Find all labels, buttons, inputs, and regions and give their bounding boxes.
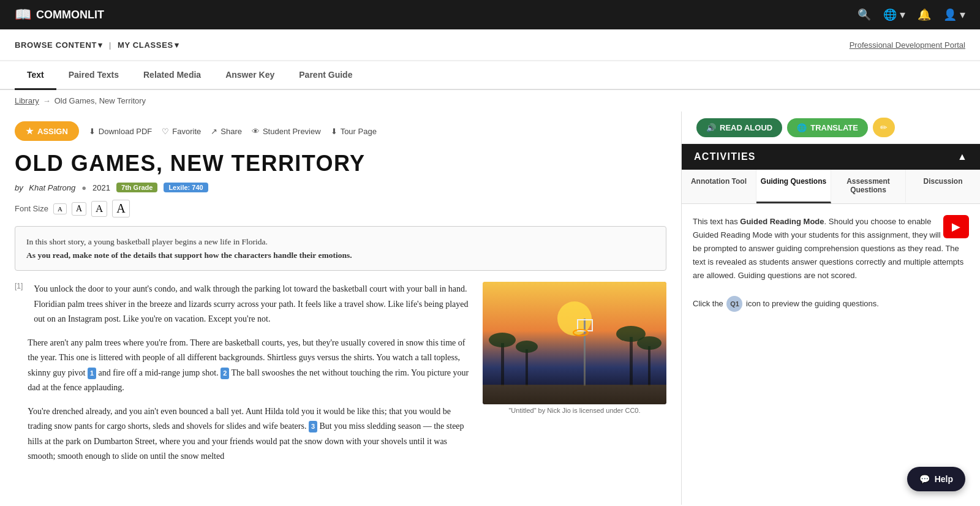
svg-point-5 <box>516 341 538 353</box>
read-aloud-label: READ ALOUD <box>720 123 772 132</box>
share-link[interactable]: ↗ Share <box>211 127 242 136</box>
share-icon: ↗ <box>211 127 217 136</box>
paragraph-1-content: You unlock the door to your aunt's condo… <box>34 282 473 327</box>
breadcrumb-library-link[interactable]: Library <box>15 96 39 105</box>
panel-collapse-icon[interactable]: ▲ <box>957 151 968 162</box>
breadcrumb-arrow-icon: → <box>43 96 51 105</box>
nav-left: BROWSE CONTENT ▾ | MY CLASSES ▾ <box>15 40 179 50</box>
paragraph-1: [1] You unlock the door to your aunt's c… <box>15 282 473 327</box>
meta-dot: ● <box>81 183 86 192</box>
favorite-label: Favorite <box>172 127 201 136</box>
q1-icon[interactable]: Q1 <box>726 296 742 312</box>
globe-icon-button[interactable]: 🌐 ▾ <box>883 8 905 21</box>
secondary-navigation: BROWSE CONTENT ▾ | MY CLASSES ▾ Professi… <box>0 29 980 61</box>
font-size-medium-large[interactable]: A <box>91 201 107 217</box>
guided-reading-text: This text has Guided Reading Mode. Shoul… <box>693 215 969 282</box>
panel-tab-assessment[interactable]: Assessment Questions <box>831 170 906 203</box>
speaker-icon: 🔊 <box>706 123 716 132</box>
download-pdf-link[interactable]: ⬇ Download PDF <box>89 127 152 136</box>
top-nav-right: 🔍 🌐 ▾ 🔔 👤 ▾ <box>858 8 965 21</box>
heart-icon: ♡ <box>162 127 169 136</box>
tab-parent-guide[interactable]: Parent Guide <box>287 61 364 90</box>
my-classes-chevron-icon: ▾ <box>175 40 179 50</box>
logo-text: COMMONLIT <box>36 9 104 21</box>
translate-label: TRANSLATE <box>810 123 858 132</box>
youtube-button[interactable]: ▶ <box>943 215 969 238</box>
download-icon: ⬇ <box>89 127 96 136</box>
footnote-3[interactable]: 3 <box>309 421 317 432</box>
notification-icon-button[interactable]: 🔔 <box>918 8 931 21</box>
pencil-button[interactable]: ✏ <box>873 118 895 137</box>
svg-rect-0 <box>483 282 666 404</box>
browse-content-dropdown[interactable]: BROWSE CONTENT ▾ <box>15 40 103 50</box>
nav-separator: | <box>109 40 111 50</box>
summary-normal: In this short story, a young basketball … <box>26 237 268 246</box>
paragraph-3-content: You're drenched already, and you ain't e… <box>28 404 473 464</box>
footnote-1[interactable]: 1 <box>88 368 96 379</box>
paragraph-2-num <box>15 336 17 396</box>
logo-book-icon: 📖 <box>15 7 31 23</box>
panel-tab-discussion[interactable]: Discussion <box>906 170 980 203</box>
svg-point-12 <box>573 330 588 336</box>
paragraph-1-num: [1] <box>15 282 23 327</box>
svg-rect-6 <box>630 337 633 386</box>
tour-page-link[interactable]: ⬇ Tour Page <box>331 127 377 136</box>
panel-header: ACTIVITIES ▲ <box>682 144 980 170</box>
favorite-link[interactable]: ♡ Favorite <box>162 127 201 136</box>
main-layout: ★ ASSIGN ⬇ Download PDF ♡ Favorite ↗ Sha… <box>0 111 980 505</box>
translate-globe-icon: 🌐 <box>797 123 807 132</box>
browse-chevron-icon: ▾ <box>98 40 103 50</box>
tab-related-media[interactable]: Related Media <box>131 61 213 90</box>
content-area: ★ ASSIGN ⬇ Download PDF ♡ Favorite ↗ Sha… <box>0 111 681 505</box>
svg-point-9 <box>637 336 662 350</box>
tab-text[interactable]: Text <box>15 61 56 90</box>
lexile-badge: Lexile: 740 <box>164 183 208 192</box>
font-size-small[interactable]: A <box>53 203 67 214</box>
tour-label: Tour Page <box>341 127 377 136</box>
font-size-label: Font Size <box>15 204 48 213</box>
story-image <box>483 282 666 404</box>
logo: 📖 COMMONLIT <box>15 7 104 23</box>
svg-point-3 <box>489 333 516 347</box>
top-buttons-row: 🔊 READ ALOUD 🌐 TRANSLATE ✏ <box>682 111 980 144</box>
grade-badge: 7th Grade <box>116 183 157 192</box>
help-label: Help <box>935 474 953 484</box>
svg-rect-2 <box>501 343 504 386</box>
font-size-large[interactable]: A <box>112 200 129 217</box>
search-icon-button[interactable]: 🔍 <box>858 8 871 21</box>
student-preview-link[interactable]: 👁 Student Preview <box>252 127 321 136</box>
read-aloud-button[interactable]: 🔊 READ ALOUD <box>696 118 782 137</box>
tab-paired-texts[interactable]: Paired Texts <box>56 61 131 90</box>
font-size-medium-small[interactable]: A <box>72 202 86 216</box>
svg-rect-10 <box>584 319 586 386</box>
tab-bar: Text Paired Texts Related Media Answer K… <box>0 61 980 90</box>
footnote-2[interactable]: 2 <box>221 368 229 379</box>
professional-dev-link[interactable]: Professional Development Portal <box>850 40 965 50</box>
paragraph-2-content: There aren't any palm trees where you're… <box>28 336 473 396</box>
panel-title: ACTIVITIES <box>694 151 756 162</box>
breadcrumb-current: Old Games, New Territory <box>55 96 146 105</box>
panel-tab-guiding[interactable]: Guiding Questions <box>756 170 831 203</box>
help-chat-icon: 💬 <box>919 474 930 484</box>
story-by-label: by Khat Patrong <box>15 183 75 192</box>
svg-point-7 <box>616 326 646 342</box>
svg-rect-8 <box>648 346 650 386</box>
tour-icon: ⬇ <box>331 127 337 136</box>
click-q1-text: Click the Q1 icon to preview the guiding… <box>693 296 969 312</box>
my-classes-dropdown[interactable]: MY CLASSES ▾ <box>118 40 179 50</box>
panel-tab-annotation[interactable]: Annotation Tool <box>682 170 756 203</box>
panel-content: ▶ This text has Guided Reading Mode. Sho… <box>682 204 980 505</box>
top-navigation: 📖 COMMONLIT 🔍 🌐 ▾ 🔔 👤 ▾ <box>0 0 980 29</box>
tab-answer-key[interactable]: Answer Key <box>213 61 287 90</box>
panel-tabs: Annotation Tool Guiding Questions Assess… <box>682 170 980 204</box>
user-icon-button[interactable]: 👤 ▾ <box>943 8 965 21</box>
eye-icon: 👁 <box>252 127 260 136</box>
translate-button[interactable]: 🌐 TRANSLATE <box>787 118 868 137</box>
story-content: "Untitled" by Nick Jio is licensed under… <box>15 282 666 473</box>
help-button[interactable]: 💬 Help <box>907 467 965 491</box>
paragraph-3-num <box>15 404 17 464</box>
pencil-icon: ✏ <box>880 123 888 132</box>
my-classes-label: MY CLASSES <box>118 40 173 50</box>
assign-button[interactable]: ★ ASSIGN <box>15 121 79 141</box>
svg-rect-4 <box>526 349 528 386</box>
